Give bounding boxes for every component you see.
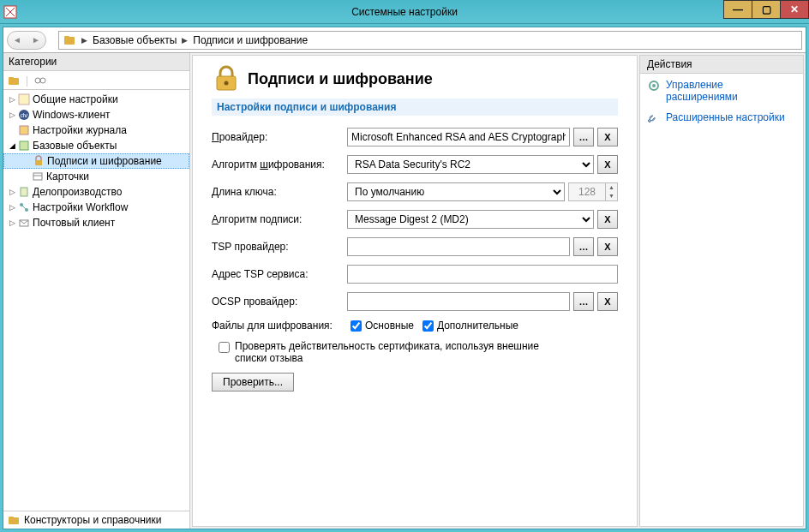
key-len-spinner[interactable]: 128 ▲ ▼ xyxy=(568,182,618,201)
tree-item-sign[interactable]: Подписи и шифрование xyxy=(3,153,189,169)
label-sign-alg: Алгоритм подписи: xyxy=(212,213,342,225)
tree-item-general[interactable]: ▷ Общие настройки xyxy=(3,92,189,107)
docs-icon xyxy=(17,185,31,199)
tree-label: Базовые объекты xyxy=(33,140,117,152)
close-button[interactable]: ✕ xyxy=(780,0,809,19)
browse-tsp-provider-button[interactable]: … xyxy=(573,237,594,256)
tree-label: Общие настройки xyxy=(33,93,118,105)
tsp-provider-input[interactable] xyxy=(347,237,570,256)
settings-icon xyxy=(17,93,31,106)
svg-rect-12 xyxy=(35,160,42,165)
sidebar-toolbar: | xyxy=(3,71,189,90)
svg-rect-10 xyxy=(20,126,28,134)
lock-large-icon xyxy=(212,64,241,93)
label-ocsp-provider: OCSP провайдер: xyxy=(212,296,342,308)
link-icon[interactable] xyxy=(33,74,47,87)
sidebar: Категории | ▷ Общие настройки ▷ dv xyxy=(3,53,190,529)
tree-label: Делопроизводство xyxy=(33,186,122,198)
action-manage-extensions[interactable]: Управление расширениями xyxy=(647,79,796,103)
checkbox-main-files[interactable]: Основные xyxy=(351,320,414,332)
svg-rect-21 xyxy=(9,517,14,519)
label-provider: Провайдер: xyxy=(212,131,342,143)
folder-icon[interactable] xyxy=(7,74,21,87)
clear-provider-button[interactable]: X xyxy=(597,128,618,146)
minimize-button[interactable]: — xyxy=(723,0,752,19)
svg-rect-2 xyxy=(64,36,69,39)
svg-point-25 xyxy=(652,84,656,87)
browse-ocsp-provider-button[interactable]: … xyxy=(573,292,594,311)
tree-label: Подписи и шифрование xyxy=(47,155,162,167)
svg-rect-7 xyxy=(19,94,29,105)
arrow-left-icon: ◄ xyxy=(13,35,21,45)
svg-point-23 xyxy=(225,81,229,86)
label-key-len: Длина ключа: xyxy=(212,186,342,198)
chevron-right-icon: ▶ xyxy=(81,36,87,45)
tree-item-records[interactable]: ▷ Делопроизводство xyxy=(3,184,189,200)
spinner-down[interactable]: ▼ xyxy=(605,192,617,200)
checkbox-main-files-input[interactable] xyxy=(351,320,362,332)
tree-label: Почтовый клиент xyxy=(33,217,115,229)
verify-button[interactable]: Проверить... xyxy=(212,373,294,392)
spinner-up[interactable]: ▲ xyxy=(605,183,617,192)
label-tsp-provider: TSP провайдер: xyxy=(212,241,342,253)
key-len-select[interactable]: По умолчанию xyxy=(347,182,565,201)
tree-item-base[interactable]: ◢ Базовые объекты xyxy=(3,138,189,153)
breadcrumb-root-icon xyxy=(63,33,76,47)
nav-back-forward[interactable]: ◄ ► xyxy=(7,31,46,50)
maximize-button[interactable]: ▢ xyxy=(752,0,781,19)
gear-icon xyxy=(647,79,661,93)
expand-toggle[interactable]: ▷ xyxy=(7,95,17,104)
tree-item-mail[interactable]: ▷ Почтовый клиент xyxy=(3,215,189,230)
provider-input[interactable] xyxy=(347,128,570,146)
base-icon xyxy=(17,139,31,152)
tree-item-cards[interactable]: Карточки xyxy=(3,169,189,184)
collapse-toggle[interactable]: ◢ xyxy=(7,141,17,150)
sidebar-footer[interactable]: Конструкторы и справочники xyxy=(3,511,189,529)
expand-toggle[interactable]: ▷ xyxy=(7,188,17,196)
ocsp-provider-input[interactable] xyxy=(347,292,570,311)
breadcrumb-item-sign[interactable]: Подписи и шифрование xyxy=(193,34,308,46)
page-title: Подписи и шифрование xyxy=(248,70,433,88)
folder-icon xyxy=(7,513,21,527)
sidebar-header: Категории xyxy=(3,53,189,71)
svg-point-6 xyxy=(40,78,45,83)
actions-pane: Действия Управление расширениями Расшире… xyxy=(639,55,804,527)
tsp-addr-input[interactable] xyxy=(347,265,618,284)
checkbox-verify-cert[interactable] xyxy=(219,342,230,353)
window-title: Системные настройки xyxy=(0,6,809,18)
tree-label: Настройки журнала xyxy=(33,124,127,136)
expand-toggle[interactable]: ▷ xyxy=(7,203,17,212)
tree-item-windows[interactable]: ▷ dv Windows-клиент xyxy=(3,107,189,123)
titlebar: Системные настройки — ▢ ✕ xyxy=(0,0,809,24)
browse-provider-button[interactable]: … xyxy=(573,128,594,146)
wrench-icon xyxy=(647,111,661,125)
expand-toggle[interactable]: ▷ xyxy=(7,218,17,227)
svg-rect-11 xyxy=(20,141,28,150)
tree-label: Windows-клиент xyxy=(33,109,111,121)
cards-icon xyxy=(31,170,45,183)
action-advanced-settings[interactable]: Расширенные настройки xyxy=(647,111,796,125)
label-enc-alg: Алгоритм шифрования: xyxy=(212,158,342,170)
svg-text:dv: dv xyxy=(21,111,27,119)
expand-toggle[interactable]: ▷ xyxy=(7,111,17,119)
sidebar-tree: ▷ Общие настройки ▷ dv Windows-клиент На… xyxy=(3,90,189,511)
clear-sign-alg-button[interactable]: X xyxy=(597,210,618,229)
clear-ocsp-provider-button[interactable]: X xyxy=(597,292,618,311)
lock-icon xyxy=(32,154,45,168)
journal-icon xyxy=(17,123,31,137)
clear-tsp-provider-button[interactable]: X xyxy=(597,237,618,256)
arrow-right-icon: ► xyxy=(32,35,40,45)
clear-enc-alg-button[interactable]: X xyxy=(597,155,618,174)
checkbox-extra-files-input[interactable] xyxy=(422,320,434,332)
checkbox-extra-files[interactable]: Дополнительные xyxy=(422,320,518,332)
breadcrumb: ▶ Базовые объекты ▶ Подписи и шифрование xyxy=(58,31,802,50)
tree-label: Настройки Workflow xyxy=(33,201,128,213)
workflow-icon xyxy=(17,200,31,214)
sign-alg-select[interactable]: Message Digest 2 (MD2) xyxy=(347,210,594,229)
tree-item-workflow[interactable]: ▷ Настройки Workflow xyxy=(3,200,189,215)
breadcrumb-item-base[interactable]: Базовые объекты xyxy=(93,34,177,46)
nav-bar: ◄ ► ▶ Базовые объекты ▶ Подписи и шифров… xyxy=(3,27,806,53)
tree-item-journal[interactable]: Настройки журнала xyxy=(3,123,189,138)
enc-alg-select[interactable]: RSA Data Security's RC2 xyxy=(347,155,594,174)
label-tsp-addr: Адрес TSP сервиса: xyxy=(212,268,342,280)
